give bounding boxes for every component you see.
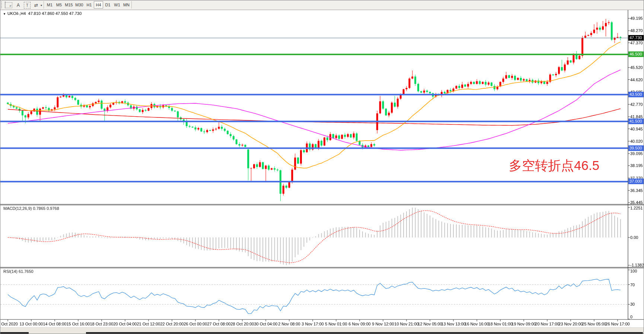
time-axis-label: 20 Oct 04:00 (114, 322, 137, 326)
macd-axis-label: 0.00 (630, 235, 638, 240)
timeframe-button-h1[interactable]: H1 (85, 1, 94, 9)
time-axis-label: 18 Nov 01:00 (488, 322, 512, 326)
rsi-axis-label: 70 (630, 283, 635, 287)
rsi-axis-label: 0 (630, 315, 632, 319)
text-label-tool-icon[interactable]: A (14, 1, 23, 9)
time-axis-label: 30 Oct 04:00 (254, 322, 278, 326)
time-axis-label: 27 Oct 08:00 (207, 322, 231, 326)
toolbar: FAT⇄▾ M1M5M15M30H1H4D1W1MN (0, 0, 644, 10)
price-axis-label: 44.620 (630, 78, 643, 82)
fibo-grid-tool-icon[interactable]: F (4, 1, 13, 9)
bid-price-box: 47.730 (628, 35, 644, 41)
price-axis-label: 39.095 (630, 151, 643, 156)
macd-indicator-label: MACD(12,26,9) 0.7865 0.9768 (3, 206, 59, 211)
macd-axis-label: 1.2251 (630, 206, 643, 210)
time-axis-label: 21 Oct 12:00 (137, 322, 160, 326)
time-axis-label: 20 Nov 17:00 (535, 322, 559, 326)
dropdown-caret-icon[interactable]: ▾ (39, 1, 44, 9)
timeframe-button-m5[interactable]: M5 (54, 1, 64, 9)
time-axis-label: 22 Oct 20:00 (160, 322, 184, 326)
time-axis-label: 16 Nov 16:00 (465, 322, 489, 326)
time-axis-label: 19 Nov 09:00 (511, 322, 536, 326)
timeframe-button-m1[interactable]: M1 (45, 1, 54, 9)
time-axis-label: 13 Nov 13:00 (441, 322, 465, 326)
time-axis-label: 14 Oct 08:00 (43, 322, 67, 326)
timeframe-button-m15[interactable]: M15 (64, 1, 74, 9)
time-axis-label: 26 Nov 17:00 (605, 322, 629, 326)
price-axis-label: 45.520 (630, 65, 643, 70)
hline-price-box: 41.500 (628, 119, 644, 124)
chart-text-annotation: 多空转折点46.5 (509, 157, 599, 174)
ohlc-values: 47.810 47.860 47.550 47.730 (28, 11, 82, 16)
time-axis-label: 18 Oct 23:00 (90, 322, 114, 326)
hline-price-box: 46.500 (628, 51, 644, 57)
timeframe-button-w1[interactable]: W1 (112, 1, 122, 9)
text-box-tool-icon[interactable]: T (23, 1, 32, 9)
symbol-label: UKOil-,H4 (7, 11, 26, 16)
toolbar-separator (131, 1, 132, 9)
price-axis-label: 40.020 (630, 139, 643, 144)
price-axis-label: 40.945 (630, 127, 643, 131)
timeframe-button-d1[interactable]: D1 (103, 1, 112, 9)
trading-chart-window: FAT⇄▾ M1M5M15M30H1H4D1W1MN ▼UKOil-,H4 47… (0, 0, 644, 334)
rsi-indicator-label: RSI(14) 61.7650 (3, 269, 34, 274)
time-axis-label: 10 Nov 21:00 (394, 322, 418, 326)
time-axis-label: 9 Oct 2020 (0, 322, 18, 326)
rsi-axis-label: 100 (630, 269, 637, 273)
time-axis-label: 15 Oct 16:00 (67, 322, 90, 326)
time-axis-label: 6 Nov 09:00 (348, 322, 370, 326)
rsi-axis-label: 30 (630, 302, 635, 306)
hline-price-box: 39.500 (628, 145, 644, 151)
hline-price-box: 37.000 (628, 179, 644, 184)
time-axis-label: 13 Oct 00:00 (20, 322, 43, 326)
price-axis-label: 38.195 (630, 163, 643, 168)
chart-title: ▼UKOil-,H4 47.810 47.860 47.550 47.730 (3, 11, 82, 16)
symbol-dropdown-icon[interactable]: ▼ (3, 12, 6, 16)
time-axis-label: 25 Nov 05:00 (582, 322, 606, 326)
time-axis-label: 12 Nov 05:00 (418, 322, 442, 326)
price-axis-label: 49.195 (630, 16, 643, 21)
time-axis-label: 28 Oct 20:00 (231, 322, 254, 326)
time-axis-label: 3 Nov 17:00 (302, 322, 323, 326)
timeframe-button-h4[interactable]: H4 (94, 1, 103, 9)
timeframe-button-m30[interactable]: M30 (74, 1, 85, 9)
macd-axis-label: -1.1383 (630, 263, 644, 267)
price-axis-label: 47.370 (630, 41, 643, 45)
price-axis-label: 48.270 (630, 28, 643, 33)
price-axis-label: 36.345 (630, 188, 643, 193)
time-axis-label: 2 Nov 08:00 (278, 322, 300, 326)
time-axis-label: 23 Nov 20:00 (558, 322, 583, 326)
time-axis-label: 9 Nov 12:00 (372, 322, 394, 326)
price-axis-label: 35.445 (630, 200, 643, 205)
time-axis-label: 26 Oct 00:00 (184, 322, 207, 326)
price-axis-label: 42.770 (630, 102, 643, 107)
hline-price-box: 43.500 (628, 92, 644, 97)
timeframe-button-mn[interactable]: MN (122, 1, 131, 9)
toolbar-separator (44, 1, 44, 9)
time-axis-label: 5 Nov 01:00 (325, 322, 347, 326)
